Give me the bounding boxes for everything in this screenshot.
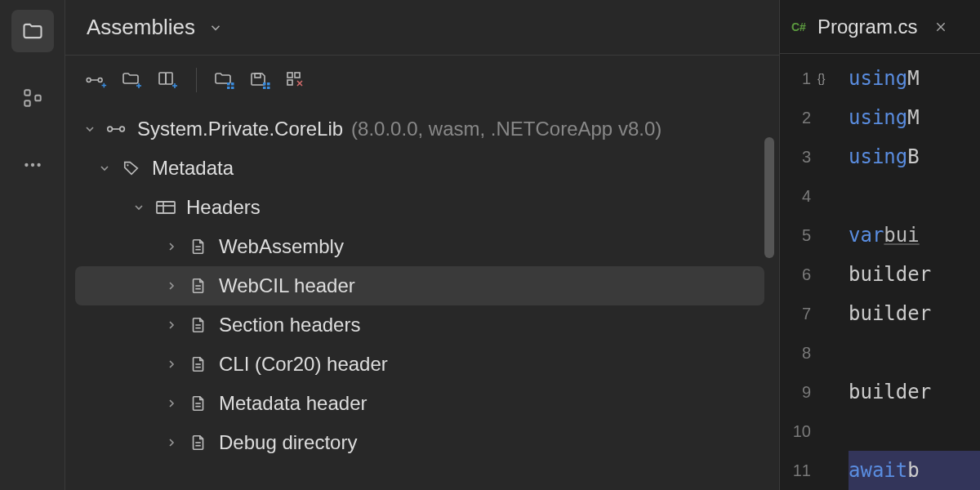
- sort-icon: [214, 71, 235, 89]
- file-icon: [186, 316, 211, 334]
- tree-node-assembly[interactable]: System.Private.CoreLib (8.0.0.0, wasm, .…: [65, 109, 779, 149]
- folder-icon: [21, 20, 44, 42]
- svg-point-7: [98, 78, 102, 82]
- svg-rect-22: [263, 82, 266, 86]
- line-number: 2: [780, 109, 811, 127]
- tree-node-label: Metadata: [152, 157, 234, 180]
- package-add-icon: [158, 71, 179, 89]
- editor-tab[interactable]: C# Program.cs: [791, 16, 947, 38]
- svg-point-29: [108, 127, 113, 131]
- chevron-down-icon: [95, 162, 114, 175]
- open-folder-button[interactable]: [116, 64, 149, 96]
- svg-rect-25: [267, 87, 270, 89]
- svg-rect-14: [166, 73, 172, 84]
- sort-button[interactable]: [208, 64, 241, 96]
- line-gutter: 1{}234567891011: [780, 54, 827, 490]
- chevron-down-icon: [208, 20, 223, 35]
- save-layout-button[interactable]: [244, 64, 277, 96]
- tag-icon: [119, 159, 144, 177]
- chevron-right-icon: [162, 436, 181, 449]
- structure-icon: [22, 87, 43, 109]
- chevron-right-icon: [162, 279, 181, 292]
- activity-explorer[interactable]: [11, 10, 54, 52]
- line-number: 9: [780, 383, 811, 402]
- line-number: 7: [780, 305, 811, 323]
- editor-pane: C# Program.cs 1{}234567891011 using Musi…: [779, 0, 980, 490]
- assembly-tree: System.Private.CoreLib (8.0.0.0, wasm, .…: [65, 105, 779, 490]
- tree-node-header-item[interactable]: Metadata header: [65, 384, 779, 423]
- assembly-add-icon: [85, 71, 108, 89]
- tree-node-header-item[interactable]: CLI (Cor20) header: [65, 345, 779, 384]
- chevron-right-icon: [162, 397, 181, 410]
- ellipsis-icon: [22, 154, 43, 176]
- svg-point-30: [120, 127, 125, 131]
- tree-node-label: CLI (Cor20) header: [219, 353, 388, 376]
- svg-rect-26: [287, 73, 292, 78]
- code-body: 1{}234567891011 using Musing Musing Bvar…: [780, 54, 980, 490]
- tree-node-metadata[interactable]: Metadata: [65, 149, 779, 188]
- code-line: using M: [849, 59, 980, 98]
- tree-node-header-item[interactable]: Debug directory: [65, 423, 779, 462]
- chevron-down-icon: [129, 201, 149, 214]
- tree-node-header-item[interactable]: WebAssembly: [65, 227, 779, 266]
- tree-node-label: WebAssembly: [219, 235, 344, 258]
- code-line: [849, 412, 980, 451]
- svg-rect-18: [231, 82, 234, 86]
- panel-header[interactable]: Assemblies: [65, 0, 779, 56]
- close-icon[interactable]: [934, 20, 947, 33]
- chevron-right-icon: [162, 240, 181, 253]
- code-line: builder: [849, 294, 980, 333]
- tree-node-label: Section headers: [219, 314, 360, 336]
- tree-node-header-item[interactable]: WebCIL header: [75, 266, 764, 305]
- svg-rect-19: [227, 87, 230, 89]
- code-line: [849, 176, 980, 216]
- file-icon: [186, 434, 211, 452]
- svg-point-3: [24, 163, 28, 167]
- line-number: 6: [780, 265, 811, 284]
- svg-rect-13: [159, 73, 166, 84]
- line-number: 10: [780, 422, 811, 441]
- svg-rect-2: [35, 96, 41, 101]
- tree-node-header-item[interactable]: Section headers: [65, 305, 779, 345]
- line-number: 1: [780, 69, 811, 88]
- svg-rect-23: [267, 82, 270, 86]
- open-nuget-button[interactable]: [152, 64, 185, 96]
- headers-icon: [154, 199, 178, 216]
- panel-title: Assemblies: [87, 15, 195, 40]
- code-line: builder: [849, 372, 980, 412]
- tab-filename: Program.cs: [817, 16, 918, 38]
- svg-point-5: [37, 163, 40, 167]
- code-line: var bui: [849, 216, 980, 255]
- svg-rect-20: [231, 87, 234, 89]
- tree-node-label: Debug directory: [219, 431, 357, 454]
- scrollbar-thumb[interactable]: [764, 137, 774, 258]
- toolbar-separator: [196, 68, 197, 92]
- layouts-icon: [286, 71, 307, 89]
- svg-rect-0: [24, 90, 30, 96]
- activity-bar: [0, 0, 65, 490]
- code-line: builder: [849, 255, 980, 294]
- tree-node-label: System.Private.CoreLib: [137, 118, 343, 140]
- line-number: 5: [780, 226, 811, 245]
- folder-add-icon: [122, 71, 143, 89]
- svg-rect-28: [287, 80, 292, 85]
- svg-point-6: [87, 78, 91, 82]
- code-area[interactable]: using Musing Musing Bvar buibuilderbuild…: [827, 54, 980, 490]
- activity-more[interactable]: [11, 144, 54, 186]
- editor-tabs: C# Program.cs: [780, 0, 980, 54]
- svg-rect-33: [157, 202, 175, 213]
- code-line: using B: [849, 137, 980, 176]
- activity-structure[interactable]: [11, 77, 54, 119]
- code-line: [849, 333, 980, 372]
- svg-point-4: [30, 163, 33, 167]
- svg-rect-21: [255, 74, 261, 78]
- chevron-right-icon: [162, 318, 181, 332]
- svg-point-32: [127, 164, 128, 166]
- code-line: await b: [849, 451, 980, 490]
- add-assembly-button[interactable]: [80, 64, 113, 96]
- tree-node-headers[interactable]: Headers: [65, 188, 779, 227]
- assemblies-panel: Assemblies: [65, 0, 779, 490]
- line-number: 11: [780, 461, 811, 480]
- manage-layouts-button[interactable]: [280, 64, 313, 96]
- svg-rect-1: [24, 100, 30, 106]
